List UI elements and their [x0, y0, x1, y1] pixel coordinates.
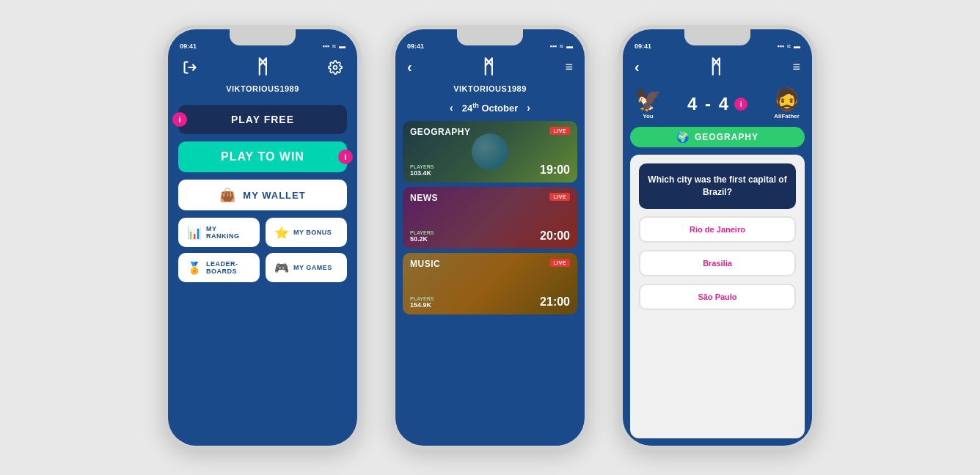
- play-win-label: PLAY TO WIN: [221, 150, 304, 163]
- category-banner: 🌍 GEOGRAPHY: [630, 127, 805, 147]
- menu-button-3[interactable]: ≡: [792, 59, 800, 75]
- svg-point-1: [334, 65, 337, 69]
- username-1: VIKTORIOUS1989: [168, 84, 357, 99]
- geo-players-count: 103.4K: [410, 169, 434, 177]
- wifi-icon-1: ≈: [332, 43, 336, 50]
- ranking-icon: 📊: [187, 226, 202, 240]
- news-players-label: PLAYERS: [410, 230, 434, 235]
- play-win-button[interactable]: PLAY TO WIN i: [178, 141, 347, 172]
- status-time-1: 09:41: [180, 43, 197, 50]
- play-free-info-badge[interactable]: i: [172, 112, 187, 127]
- answer-3-button[interactable]: São Paulo: [639, 284, 796, 310]
- music-category-label: MUSIC: [410, 259, 440, 269]
- music-time: 21:00: [540, 295, 570, 309]
- phone1-header: ᛗ: [168, 53, 357, 84]
- answer-2-button[interactable]: Brasilia: [639, 250, 796, 276]
- logo-rune-3: ᛗ: [710, 56, 722, 78]
- battery-icon-3: ▬: [794, 43, 800, 50]
- music-players-count: 154.9K: [410, 301, 434, 309]
- ranking-label: MY RANKING: [206, 225, 251, 240]
- wifi-icon-2: ≈: [560, 43, 563, 50]
- news-category-label: NEWS: [410, 193, 438, 203]
- menu-grid: 📊 MY RANKING ⭐ MY BONUS 🏅 LEADER-BOARDS …: [178, 218, 347, 282]
- logo-rune-2: ᛗ: [483, 56, 494, 78]
- my-games-icon: 🎮: [274, 261, 289, 275]
- phone-2: 09:41 ▪▪▪ ≈ ▬ ‹ ᛗ ≡ VIKTORIOUS1989 ‹ 24t…: [391, 25, 589, 450]
- news-players-count: 50.2K: [410, 235, 434, 243]
- geo-card-content: GEOGRAPHY LIVE PLAYERS 103.4K 19:00: [403, 121, 577, 183]
- battery-icon-2: ▬: [566, 43, 573, 50]
- play-free-button[interactable]: i PLAY FREE: [178, 105, 347, 134]
- phone-notch-1: [230, 29, 296, 45]
- status-time-2: 09:41: [407, 43, 424, 50]
- back-button-2[interactable]: ‹: [407, 59, 412, 76]
- geo-live-badge: LIVE: [549, 127, 570, 135]
- news-card[interactable]: NEWS LIVE PLAYERS 50.2K 20:00: [403, 187, 577, 248]
- leaderboards-icon: 🏅: [187, 261, 202, 275]
- game-cards-list: GEOGRAPHY LIVE PLAYERS 103.4K 19:00: [395, 121, 585, 446]
- my-games-label: MY GAMES: [293, 264, 332, 271]
- news-live-badge: LIVE: [549, 193, 570, 201]
- date-navigation: ‹ 24th October ›: [395, 99, 585, 121]
- score-section: 🦅 You 4 - 4 i 🧔 AllFather: [623, 84, 812, 127]
- category-banner-text: GEOGRAPHY: [695, 132, 758, 142]
- wallet-button[interactable]: 👜 MY WALLET: [178, 180, 347, 210]
- score-display: 4 - 4: [687, 94, 730, 114]
- current-date: 24th October: [462, 102, 518, 114]
- play-free-label: PLAY FREE: [231, 114, 294, 125]
- my-games-button[interactable]: 🎮 MY GAMES: [266, 253, 347, 282]
- opponent-label: AllFather: [774, 113, 800, 119]
- menu-button-2[interactable]: ≡: [565, 59, 573, 75]
- next-date-button[interactable]: ›: [527, 102, 530, 114]
- bonus-button[interactable]: ⭐ MY BONUS: [266, 218, 347, 247]
- geo-time: 19:00: [540, 163, 570, 177]
- play-win-info-badge[interactable]: i: [338, 150, 353, 164]
- you-avatar-icon: 🦅: [635, 89, 662, 111]
- player-you-avatar: 🦅 You: [635, 89, 662, 119]
- ranking-button[interactable]: 📊 MY RANKING: [178, 218, 260, 247]
- username-2: VIKTORIOUS1989: [395, 84, 585, 99]
- signal-icon-3: ▪▪▪: [777, 43, 784, 50]
- phone-1: 09:41 ▪▪▪ ≈ ▬ ᛗ: [164, 25, 362, 450]
- opponent-avatar-icon: 🧔: [773, 89, 800, 111]
- bonus-icon: ⭐: [274, 226, 289, 240]
- geography-card[interactable]: GEOGRAPHY LIVE PLAYERS 103.4K 19:00: [403, 121, 577, 183]
- news-time: 20:00: [540, 229, 570, 243]
- logo-rune-1: ᛗ: [257, 56, 268, 78]
- signal-icon-2: ▪▪▪: [549, 43, 557, 50]
- music-players-label: PLAYERS: [410, 296, 434, 301]
- question-box: Which city was the first capital of Braz…: [639, 163, 796, 209]
- answer-1-button[interactable]: Rio de Janeiro: [639, 216, 796, 243]
- music-card[interactable]: MUSIC LIVE PLAYERS 154.9K 21:00: [403, 253, 577, 314]
- settings-icon[interactable]: [325, 57, 345, 78]
- bonus-label: MY BONUS: [293, 229, 332, 236]
- wallet-label: MY WALLET: [243, 190, 305, 201]
- quiz-body: Which city was the first capital of Braz…: [630, 155, 805, 438]
- news-card-content: NEWS LIVE PLAYERS 50.2K 20:00: [403, 187, 577, 248]
- phone1-body: i PLAY FREE PLAY TO WIN i 👜 MY WALLET 📊 …: [168, 99, 357, 446]
- wifi-icon-3: ≈: [787, 43, 791, 50]
- phone3-header: ‹ ᛗ ≡: [623, 53, 812, 84]
- music-live-badge: LIVE: [549, 259, 570, 267]
- phone-notch-3: [684, 29, 750, 45]
- signal-icon-1: ▪▪▪: [322, 43, 329, 50]
- geo-category-label: GEOGRAPHY: [410, 127, 471, 137]
- leaderboards-label: LEADER-BOARDS: [206, 260, 251, 275]
- geo-players-label: PLAYERS: [410, 164, 434, 169]
- wallet-icon: 👜: [219, 187, 235, 203]
- score-info-badge[interactable]: i: [734, 97, 747, 111]
- category-globe-icon: 🌍: [676, 131, 689, 143]
- status-time-3: 09:41: [635, 43, 651, 50]
- phone2-header: ‹ ᛗ ≡: [395, 53, 585, 84]
- music-card-content: MUSIC LIVE PLAYERS 154.9K 21:00: [403, 253, 577, 314]
- you-label: You: [643, 113, 654, 119]
- phone-notch-2: [457, 29, 523, 45]
- phone-3: 09:41 ▪▪▪ ≈ ▬ ‹ ᛗ ≡ 🦅 You 4 - 4 i 🧔 A: [618, 25, 816, 450]
- logout-icon[interactable]: [180, 57, 200, 78]
- back-button-3[interactable]: ‹: [635, 59, 640, 76]
- leaderboards-button[interactable]: 🏅 LEADER-BOARDS: [178, 253, 260, 282]
- battery-icon-1: ▬: [339, 43, 345, 50]
- prev-date-button[interactable]: ‹: [450, 102, 453, 114]
- opponent-avatar: 🧔 AllFather: [773, 89, 800, 119]
